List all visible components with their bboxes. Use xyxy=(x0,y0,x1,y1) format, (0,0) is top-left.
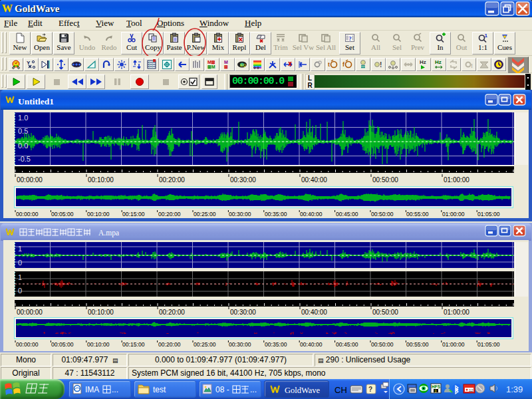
svg-text:12: 12 xyxy=(469,388,473,392)
svg-text:HFS: HFS xyxy=(432,384,441,389)
svg-text:CH: CH xyxy=(334,385,347,395)
svg-text:1:39: 1:39 xyxy=(506,384,523,394)
svg-text:0: 0 xyxy=(435,389,437,393)
svg-text:?: ? xyxy=(368,386,372,393)
